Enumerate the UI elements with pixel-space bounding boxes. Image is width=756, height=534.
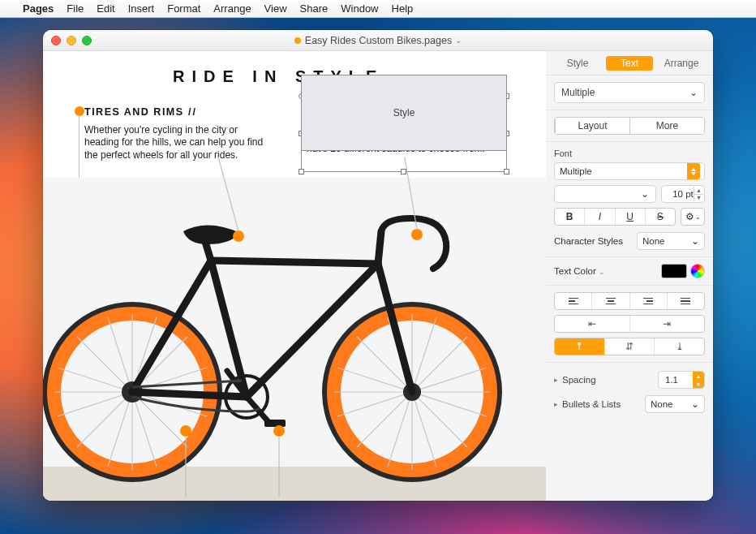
- svg-point-35: [411, 229, 423, 240]
- chevron-down-icon: ⌄: [689, 87, 698, 98]
- indent-group: ⇤ ⇥: [554, 315, 705, 333]
- underline-button[interactable]: U: [615, 209, 645, 225]
- updown-icon: ⌄: [639, 188, 651, 200]
- font-size-stepper[interactable]: 10 pt ▲▼: [661, 185, 705, 203]
- menu-window[interactable]: Window: [341, 2, 378, 15]
- font-size-value: 10 pt: [672, 189, 694, 199]
- svg-point-36: [180, 425, 191, 437]
- font-family-select[interactable]: Multiple: [554, 162, 705, 180]
- svg-line-40: [209, 157, 238, 231]
- font-label: Font: [554, 149, 705, 158]
- text-color-label[interactable]: Text Color ⌄: [554, 266, 605, 276]
- paragraph-style-value: Multiple: [561, 87, 595, 98]
- menu-format[interactable]: Format: [167, 2, 200, 15]
- macos-menubar: Pages File Edit Insert Format Arrange Vi…: [0, 0, 756, 18]
- bullets-select[interactable]: None ⌄: [645, 395, 705, 413]
- strikethrough-button[interactable]: S: [645, 209, 675, 225]
- inspector-tabs: Style Text Arrange: [546, 51, 713, 75]
- chevron-down-icon[interactable]: ⌄: [455, 36, 462, 45]
- menu-help[interactable]: Help: [392, 2, 414, 15]
- advanced-font-button[interactable]: ⚙⌄: [681, 208, 705, 226]
- svg-line-29: [378, 231, 381, 264]
- callout-dot[interactable]: [75, 106, 84, 116]
- spacing-disclosure[interactable]: ▸Spacing: [554, 375, 596, 385]
- tab-arrange[interactable]: Arrange: [658, 56, 705, 71]
- spacing-bullets-section: ▸Spacing 1.1 ▲▼ ▸Bullets & Lists None ⌄: [546, 363, 713, 420]
- bicycle-image[interactable]: [43, 157, 546, 497]
- valign-bottom-button[interactable]: ⤓: [654, 338, 704, 355]
- menu-file[interactable]: File: [67, 2, 84, 15]
- step-down-icon[interactable]: ▼: [694, 194, 703, 202]
- stepper-icon: ▲▼: [693, 372, 704, 388]
- color-wheel-button[interactable]: [690, 264, 705, 278]
- menu-share[interactable]: Share: [300, 2, 329, 15]
- valign-middle-button[interactable]: ⇵: [604, 338, 655, 355]
- gear-icon: ⚙: [685, 211, 694, 222]
- heading-slashes: //: [184, 106, 197, 118]
- outdent-button[interactable]: ⇤: [555, 316, 629, 332]
- align-left-button[interactable]: [555, 293, 591, 309]
- alignment-section: ⇤ ⇥ ⤒ ⇵ ⤓: [546, 286, 713, 363]
- font-typeface-select[interactable]: ⌄: [554, 185, 656, 203]
- svg-line-27: [378, 264, 412, 392]
- text-subtabs: Style Layout More: [554, 117, 705, 135]
- tab-style[interactable]: Style: [554, 56, 601, 71]
- font-family-value: Multiple: [560, 166, 592, 176]
- disclosure-icon: ▸: [554, 376, 558, 384]
- font-style-group: B I U S: [554, 208, 676, 226]
- character-styles-value: None: [642, 236, 665, 246]
- bullets-disclosure[interactable]: ▸Bullets & Lists: [554, 399, 621, 409]
- svg-rect-32: [264, 420, 286, 427]
- traffic-lights: [51, 36, 92, 45]
- text-block-heading: TIRES AND RIMS: [84, 106, 184, 118]
- indent-button[interactable]: ⇥: [629, 316, 705, 332]
- format-inspector: Style Text Arrange Multiple ⌄ Style Layo…: [546, 51, 713, 501]
- menu-edit[interactable]: Edit: [97, 2, 114, 15]
- character-styles-select[interactable]: None ⌄: [637, 232, 705, 250]
- align-right-button[interactable]: [629, 293, 667, 309]
- text-block-left[interactable]: TIRES AND RIMS // Whether you're cycling…: [84, 106, 273, 161]
- italic-button[interactable]: I: [584, 209, 614, 225]
- svg-line-22: [132, 392, 247, 397]
- character-styles-label: Character Styles: [554, 236, 623, 246]
- disclosure-icon: ▸: [554, 400, 558, 408]
- subtabs-section: Style Layout More: [546, 110, 713, 142]
- document-modified-icon: [294, 37, 301, 44]
- chevron-down-icon: ⌄: [599, 268, 605, 276]
- app-menu[interactable]: Pages: [23, 2, 54, 15]
- subtab-layout[interactable]: Layout: [555, 118, 629, 134]
- bullets-value: None: [651, 399, 673, 409]
- titlebar[interactable]: Easy Rides Custom Bikes.pages ⌄: [43, 30, 713, 51]
- menu-view[interactable]: View: [264, 2, 287, 15]
- bold-button[interactable]: B: [555, 209, 584, 225]
- tab-text[interactable]: Text: [606, 56, 653, 71]
- text-color-section: Text Color ⌄: [546, 257, 713, 286]
- chevron-down-icon: ⌄: [691, 398, 699, 410]
- paragraph-style-select[interactable]: Multiple ⌄: [554, 82, 705, 103]
- document-title[interactable]: Easy Rides Custom Bikes.pages: [305, 35, 452, 46]
- alignment-group: [554, 292, 705, 310]
- chevron-down-icon: ⌄: [695, 213, 701, 221]
- menu-insert[interactable]: Insert: [128, 2, 155, 15]
- document-window: Easy Rides Custom Bikes.pages ⌄ RIDE IN …: [43, 30, 713, 501]
- svg-point-34: [233, 230, 244, 242]
- vertical-align-group: ⤒ ⇵ ⤓: [554, 338, 705, 355]
- subtab-more[interactable]: More: [629, 118, 704, 134]
- valign-top-button[interactable]: ⤒: [555, 338, 604, 355]
- step-up-icon[interactable]: ▲: [694, 187, 703, 194]
- spacing-value: 1.1: [665, 375, 678, 385]
- photo-area[interactable]: [43, 178, 546, 501]
- align-center-button[interactable]: [591, 293, 629, 309]
- zoom-button[interactable]: [82, 36, 92, 45]
- paragraph-style-section: Multiple ⌄: [546, 75, 713, 110]
- color-swatch[interactable]: [661, 264, 687, 278]
- menu-arrange[interactable]: Arrange: [213, 2, 251, 15]
- spacing-stepper[interactable]: 1.1 ▲▼: [658, 371, 705, 389]
- stepper-icon: [687, 163, 700, 179]
- svg-point-37: [273, 425, 285, 437]
- font-section: Font Multiple ⌄ 10 pt ▲▼: [546, 142, 713, 257]
- close-button[interactable]: [51, 36, 61, 45]
- minimize-button[interactable]: [67, 36, 76, 45]
- align-justify-button[interactable]: [667, 293, 704, 309]
- chevron-down-icon: ⌄: [691, 235, 699, 247]
